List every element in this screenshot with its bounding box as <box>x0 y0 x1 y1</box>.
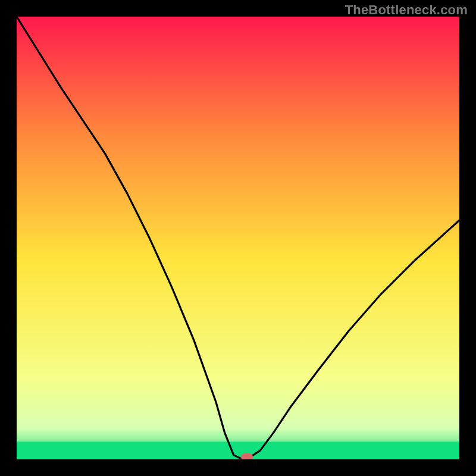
chart-frame: TheBottleneck.com <box>0 0 476 476</box>
optimal-marker <box>241 453 253 459</box>
chart-svg <box>17 17 459 459</box>
plot-area <box>17 17 459 459</box>
gradient-background <box>17 17 459 459</box>
watermark-text: TheBottleneck.com <box>345 2 468 18</box>
